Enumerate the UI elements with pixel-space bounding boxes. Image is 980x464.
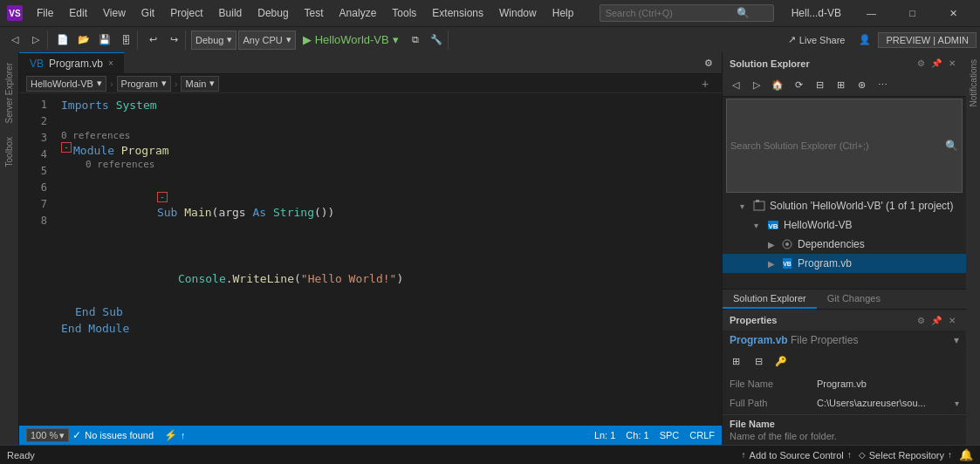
code-line-5: - Console.WriteLine("Hello World!") [61, 237, 706, 304]
prop-filter-btn[interactable]: ⊟ [749, 351, 768, 371]
sol-home-btn[interactable]: 🏠 [768, 76, 787, 95]
back-button[interactable]: ◁ [5, 31, 24, 50]
menu-file[interactable]: File [30, 5, 60, 21]
prop-sort-btn[interactable]: ⊞ [726, 351, 745, 371]
prop-dropdown-chevron[interactable]: ▾ [954, 334, 959, 346]
breadcrumb-separator-2: › [175, 78, 178, 89]
new-file-button[interactable]: 📄 [53, 31, 72, 50]
server-explorer-tab[interactable]: Server Explorer [3, 56, 16, 130]
menu-git[interactable]: Git [134, 5, 161, 21]
tab-solution-explorer[interactable]: Solution Explorer [723, 290, 817, 309]
prop-key-filename: File Name [730, 379, 817, 389]
menu-build[interactable]: Build [212, 5, 250, 21]
menu-edit[interactable]: Edit [62, 5, 94, 21]
status-left: 100 % ▾ ✓ No issues found ⚡ ↑ [26, 428, 580, 442]
zoom-chevron: ▾ [59, 430, 65, 441]
toolbar-attach-btn[interactable]: 🔧 [427, 31, 446, 50]
sol-collapse-btn[interactable]: ⊟ [810, 76, 829, 95]
menu-extensions[interactable]: Extensions [425, 5, 490, 21]
title-search-input[interactable] [606, 8, 737, 18]
menu-tools[interactable]: Tools [385, 5, 423, 21]
solution-explorer-search[interactable]: 🔍 [726, 99, 963, 193]
preview-admin-button[interactable]: PREVIEW | ADMIN [878, 32, 977, 48]
bell-icon[interactable]: 🔔 [959, 448, 973, 461]
breadcrumb-project[interactable]: HelloWorld-VB ▾ [26, 76, 106, 92]
sol-back-btn[interactable]: ◁ [726, 76, 745, 95]
properties-settings-btn[interactable]: ⚙ [914, 313, 928, 327]
tree-item-dependencies[interactable]: ▶ Dependencies [723, 235, 966, 254]
select-repo-up-icon: ↑ [948, 450, 952, 460]
git-label: ↑ [181, 430, 186, 440]
sol-refresh-btn[interactable]: ⟳ [789, 76, 808, 95]
deps-chevron: ▶ [768, 240, 780, 249]
tree-item-programvb[interactable]: ▶ VB Program.vb [723, 254, 966, 273]
ref-annotation-module: 0 references [61, 130, 706, 142]
sol-forward-btn[interactable]: ▷ [747, 76, 766, 95]
properties-close-btn[interactable]: ✕ [945, 313, 959, 327]
sol-misc-btn[interactable]: ⋯ [873, 76, 892, 95]
maximize-button[interactable]: □ [893, 0, 932, 26]
programvb-chevron: ▶ [768, 259, 780, 269]
save-button[interactable]: 💾 [95, 31, 114, 50]
account-button[interactable]: 👤 [855, 31, 874, 50]
breadcrumb-class[interactable]: Program ▾ [117, 76, 171, 92]
tab-git-changes[interactable]: Git Changes [817, 290, 891, 309]
menu-project[interactable]: Project [163, 5, 209, 21]
title-search-box[interactable]: 🔍 [600, 4, 774, 22]
prop-key-btn[interactable]: 🔑 [771, 351, 791, 371]
select-repository-button[interactable]: ◇ Select Repository ↑ [859, 450, 952, 461]
sol-filter-btn[interactable]: ⊛ [852, 76, 871, 95]
ln-label: Ln: 1 [594, 430, 615, 440]
svg-text:VB: VB [768, 222, 778, 230]
minimize-button[interactable]: — [852, 0, 891, 26]
redo-button[interactable]: ↪ [164, 31, 183, 50]
solution-explorer-settings-btn[interactable]: ⚙ [914, 57, 928, 71]
tree-item-project[interactable]: ▾ VB HelloWorld-VB [723, 215, 966, 235]
toolbox-tab[interactable]: Toolbox [3, 130, 16, 174]
editor-settings-icon[interactable]: ⚙ [699, 53, 718, 72]
menu-debug[interactable]: Debug [250, 5, 295, 21]
open-folder-button[interactable]: 📂 [74, 31, 93, 50]
toolbar-file-group: 📄 📂 💾 🗄 [51, 31, 138, 50]
repo-icon: ◇ [859, 450, 866, 460]
toolbar-extra-btn[interactable]: ⧉ [406, 31, 425, 50]
sol-properties-btn[interactable]: ⊞ [831, 76, 850, 95]
tree-item-solution[interactable]: ▾ Solution 'HelloWorld-VB' (1 of 1 proje… [723, 196, 966, 215]
cpu-dropdown[interactable]: Any CPU ▾ [238, 31, 295, 50]
forward-button[interactable]: ▷ [26, 31, 45, 50]
live-share-button[interactable]: ↗ Live Share [781, 32, 853, 47]
prop-val-filename: Program.vb [817, 379, 959, 389]
run-button[interactable]: ▶ HelloWorld-VB ▾ [298, 31, 404, 48]
properties-pin-btn[interactable]: 📌 [929, 313, 943, 327]
spc-label: SPC [660, 430, 680, 440]
solution-explorer-toolbar: ◁ ▷ 🏠 ⟳ ⊟ ⊞ ⊛ ⋯ [723, 74, 966, 97]
live-share-label: Live Share [799, 35, 846, 45]
solution-explorer-pin-btn[interactable]: 📌 [929, 57, 943, 71]
prop-file-name: Program.vb [730, 334, 788, 346]
notifications-tab[interactable]: Notifications [967, 52, 980, 113]
code-content[interactable]: Imports System 0 references - Module Pro… [54, 93, 713, 426]
vertical-scrollbar[interactable] [713, 93, 722, 426]
bottom-bar-right: ↑ Add to Source Control ↑ ◇ Select Repos… [742, 448, 973, 461]
save-all-button[interactable]: 🗄 [116, 31, 135, 50]
prop-toolbar: ⊞ ⊟ 🔑 [723, 350, 966, 372]
add-source-control-button[interactable]: ↑ Add to Source Control ↑ [742, 450, 852, 461]
zoom-control[interactable]: 100 % ▾ [26, 428, 69, 442]
run-chevron: ▾ [393, 33, 399, 46]
undo-button[interactable]: ↩ [143, 31, 162, 50]
solution-search-input[interactable] [730, 140, 945, 151]
menu-view[interactable]: View [96, 5, 133, 21]
debug-config-dropdown[interactable]: Debug ▾ [191, 31, 236, 50]
menu-window[interactable]: Window [492, 5, 544, 21]
tab-close-icon[interactable]: × [108, 58, 113, 68]
close-button[interactable]: ✕ [934, 0, 973, 26]
toolbar-nav-group: ◁ ▷ [3, 31, 48, 50]
menu-test[interactable]: Test [298, 5, 331, 21]
editor-tab-programvb[interactable]: VB Program.vb × [19, 52, 125, 73]
solution-explorer-close-btn[interactable]: ✕ [945, 57, 959, 71]
menu-analyze[interactable]: Analyze [332, 5, 384, 21]
breadcrumb-project-chevron: ▾ [97, 78, 102, 89]
breadcrumb-method[interactable]: Main ▾ [181, 76, 219, 92]
menu-help[interactable]: Help [545, 5, 581, 21]
breadcrumb-add-btn[interactable]: + [696, 74, 715, 93]
